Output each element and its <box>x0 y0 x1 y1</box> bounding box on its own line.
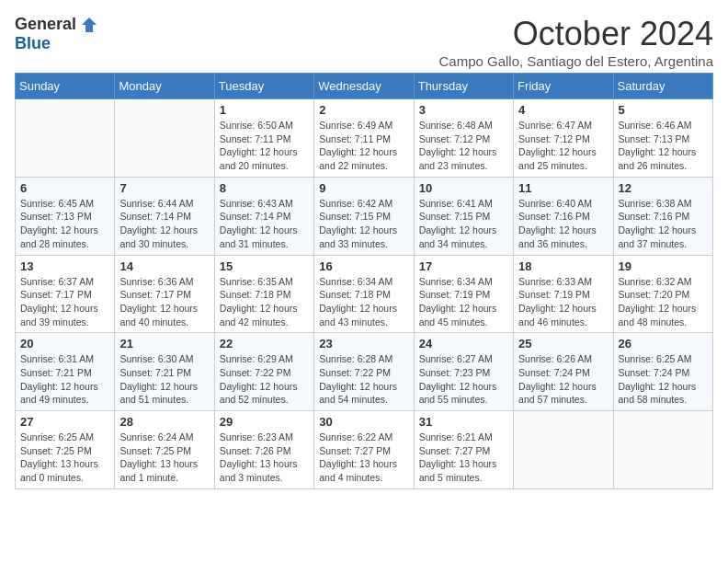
location-subtitle: Campo Gallo, Santiago del Estero, Argent… <box>438 53 713 69</box>
day-info: Sunrise: 6:47 AM Sunset: 7:12 PM Dayligh… <box>518 119 608 173</box>
day-info: Sunrise: 6:45 AM Sunset: 7:13 PM Dayligh… <box>20 197 109 251</box>
calendar-cell: 23Sunrise: 6:28 AM Sunset: 7:22 PM Dayli… <box>314 333 414 411</box>
day-info: Sunrise: 6:46 AM Sunset: 7:13 PM Dayligh… <box>619 119 708 173</box>
day-number: 24 <box>419 337 508 350</box>
day-number: 19 <box>619 259 708 273</box>
calendar-cell: 5Sunrise: 6:46 AM Sunset: 7:13 PM Daylig… <box>613 99 712 178</box>
calendar-cell: 7Sunrise: 6:44 AM Sunset: 7:14 PM Daylig… <box>115 177 214 255</box>
logo: General Blue <box>15 15 98 53</box>
calendar-cell: 10Sunrise: 6:41 AM Sunset: 7:15 PM Dayli… <box>414 177 513 255</box>
day-number: 4 <box>518 103 608 117</box>
day-info: Sunrise: 6:38 AM Sunset: 7:16 PM Dayligh… <box>619 197 708 251</box>
day-info: Sunrise: 6:41 AM Sunset: 7:15 PM Dayligh… <box>419 197 508 251</box>
day-number: 14 <box>119 259 209 273</box>
calendar-cell: 25Sunrise: 6:26 AM Sunset: 7:24 PM Dayli… <box>514 333 613 411</box>
calendar-week-row: 1Sunrise: 6:50 AM Sunset: 7:11 PM Daylig… <box>16 99 713 178</box>
day-number: 29 <box>220 415 309 429</box>
day-number: 7 <box>119 181 209 195</box>
day-number: 12 <box>619 181 708 195</box>
day-number: 9 <box>319 181 408 195</box>
weekday-header-cell: Saturday <box>613 74 712 99</box>
calendar-week-row: 13Sunrise: 6:37 AM Sunset: 7:17 PM Dayli… <box>16 255 713 333</box>
day-number: 28 <box>119 415 209 429</box>
day-info: Sunrise: 6:32 AM Sunset: 7:20 PM Dayligh… <box>619 275 708 329</box>
day-info: Sunrise: 6:33 AM Sunset: 7:19 PM Dayligh… <box>518 275 608 329</box>
calendar-cell: 11Sunrise: 6:40 AM Sunset: 7:16 PM Dayli… <box>514 177 613 255</box>
day-number: 23 <box>319 337 408 350</box>
calendar-cell: 18Sunrise: 6:33 AM Sunset: 7:19 PM Dayli… <box>514 255 613 333</box>
calendar-table: SundayMondayTuesdayWednesdayThursdayFrid… <box>15 73 713 489</box>
calendar-cell: 31Sunrise: 6:21 AM Sunset: 7:27 PM Dayli… <box>414 411 513 489</box>
title-block: October 2024 Campo Gallo, Santiago del E… <box>438 15 713 69</box>
calendar-cell: 4Sunrise: 6:47 AM Sunset: 7:12 PM Daylig… <box>514 99 613 178</box>
calendar-week-row: 20Sunrise: 6:31 AM Sunset: 7:21 PM Dayli… <box>16 333 713 411</box>
day-number: 16 <box>319 259 408 273</box>
page-header: General Blue October 2024 Campo Gallo, S… <box>15 15 713 69</box>
day-number: 5 <box>619 103 708 117</box>
calendar-cell: 12Sunrise: 6:38 AM Sunset: 7:16 PM Dayli… <box>613 177 712 255</box>
day-number: 2 <box>319 103 408 117</box>
day-info: Sunrise: 6:48 AM Sunset: 7:12 PM Dayligh… <box>419 119 508 173</box>
weekday-header-cell: Thursday <box>414 74 513 99</box>
day-info: Sunrise: 6:44 AM Sunset: 7:14 PM Dayligh… <box>119 197 209 251</box>
logo-blue-text: Blue <box>15 34 51 53</box>
day-number: 1 <box>220 103 309 117</box>
day-number: 20 <box>20 337 109 350</box>
calendar-cell: 16Sunrise: 6:34 AM Sunset: 7:18 PM Dayli… <box>314 255 414 333</box>
logo-icon <box>80 16 98 34</box>
weekday-header-cell: Sunday <box>16 74 115 99</box>
month-title: October 2024 <box>438 15 713 53</box>
day-number: 26 <box>619 337 708 350</box>
day-info: Sunrise: 6:27 AM Sunset: 7:23 PM Dayligh… <box>419 352 508 407</box>
calendar-cell: 3Sunrise: 6:48 AM Sunset: 7:12 PM Daylig… <box>414 99 513 178</box>
svg-marker-0 <box>82 17 97 32</box>
day-info: Sunrise: 6:50 AM Sunset: 7:11 PM Dayligh… <box>220 119 309 173</box>
day-info: Sunrise: 6:36 AM Sunset: 7:17 PM Dayligh… <box>119 275 209 329</box>
day-info: Sunrise: 6:23 AM Sunset: 7:26 PM Dayligh… <box>220 431 309 485</box>
weekday-header-cell: Friday <box>514 74 613 99</box>
weekday-header-row: SundayMondayTuesdayWednesdayThursdayFrid… <box>16 74 713 99</box>
day-number: 22 <box>220 337 309 350</box>
day-info: Sunrise: 6:43 AM Sunset: 7:14 PM Dayligh… <box>220 197 309 251</box>
weekday-header-cell: Wednesday <box>314 74 414 99</box>
calendar-cell: 26Sunrise: 6:25 AM Sunset: 7:24 PM Dayli… <box>613 333 712 411</box>
weekday-header-cell: Tuesday <box>214 74 313 99</box>
day-number: 10 <box>419 181 508 195</box>
day-number: 3 <box>419 103 508 117</box>
calendar-cell <box>514 411 613 489</box>
day-info: Sunrise: 6:34 AM Sunset: 7:18 PM Dayligh… <box>319 275 408 329</box>
calendar-cell: 1Sunrise: 6:50 AM Sunset: 7:11 PM Daylig… <box>214 99 313 178</box>
day-number: 21 <box>119 337 209 350</box>
day-info: Sunrise: 6:40 AM Sunset: 7:16 PM Dayligh… <box>518 197 608 251</box>
calendar-cell: 13Sunrise: 6:37 AM Sunset: 7:17 PM Dayli… <box>16 255 115 333</box>
calendar-cell: 9Sunrise: 6:42 AM Sunset: 7:15 PM Daylig… <box>314 177 414 255</box>
day-info: Sunrise: 6:25 AM Sunset: 7:24 PM Dayligh… <box>619 352 708 407</box>
day-info: Sunrise: 6:37 AM Sunset: 7:17 PM Dayligh… <box>20 275 109 329</box>
calendar-cell: 2Sunrise: 6:49 AM Sunset: 7:11 PM Daylig… <box>314 99 414 178</box>
calendar-body: 1Sunrise: 6:50 AM Sunset: 7:11 PM Daylig… <box>16 99 713 489</box>
day-number: 27 <box>20 415 109 429</box>
day-number: 8 <box>220 181 309 195</box>
day-info: Sunrise: 6:28 AM Sunset: 7:22 PM Dayligh… <box>319 352 408 407</box>
calendar-cell: 19Sunrise: 6:32 AM Sunset: 7:20 PM Dayli… <box>613 255 712 333</box>
day-info: Sunrise: 6:26 AM Sunset: 7:24 PM Dayligh… <box>518 352 608 407</box>
day-info: Sunrise: 6:34 AM Sunset: 7:19 PM Dayligh… <box>419 275 508 329</box>
calendar-cell: 20Sunrise: 6:31 AM Sunset: 7:21 PM Dayli… <box>16 333 115 411</box>
calendar-cell: 22Sunrise: 6:29 AM Sunset: 7:22 PM Dayli… <box>214 333 313 411</box>
day-info: Sunrise: 6:31 AM Sunset: 7:21 PM Dayligh… <box>20 352 109 407</box>
day-info: Sunrise: 6:30 AM Sunset: 7:21 PM Dayligh… <box>119 352 209 407</box>
day-number: 30 <box>319 415 408 429</box>
calendar-cell: 17Sunrise: 6:34 AM Sunset: 7:19 PM Dayli… <box>414 255 513 333</box>
day-info: Sunrise: 6:29 AM Sunset: 7:22 PM Dayligh… <box>220 352 309 407</box>
calendar-cell: 30Sunrise: 6:22 AM Sunset: 7:27 PM Dayli… <box>314 411 414 489</box>
day-number: 13 <box>20 259 109 273</box>
calendar-cell: 6Sunrise: 6:45 AM Sunset: 7:13 PM Daylig… <box>16 177 115 255</box>
calendar-cell: 24Sunrise: 6:27 AM Sunset: 7:23 PM Dayli… <box>414 333 513 411</box>
calendar-cell: 15Sunrise: 6:35 AM Sunset: 7:18 PM Dayli… <box>214 255 313 333</box>
day-info: Sunrise: 6:24 AM Sunset: 7:25 PM Dayligh… <box>119 431 209 485</box>
calendar-cell: 8Sunrise: 6:43 AM Sunset: 7:14 PM Daylig… <box>214 177 313 255</box>
day-info: Sunrise: 6:22 AM Sunset: 7:27 PM Dayligh… <box>319 431 408 485</box>
calendar-cell <box>115 99 214 178</box>
calendar-week-row: 27Sunrise: 6:25 AM Sunset: 7:25 PM Dayli… <box>16 411 713 489</box>
day-info: Sunrise: 6:35 AM Sunset: 7:18 PM Dayligh… <box>220 275 309 329</box>
